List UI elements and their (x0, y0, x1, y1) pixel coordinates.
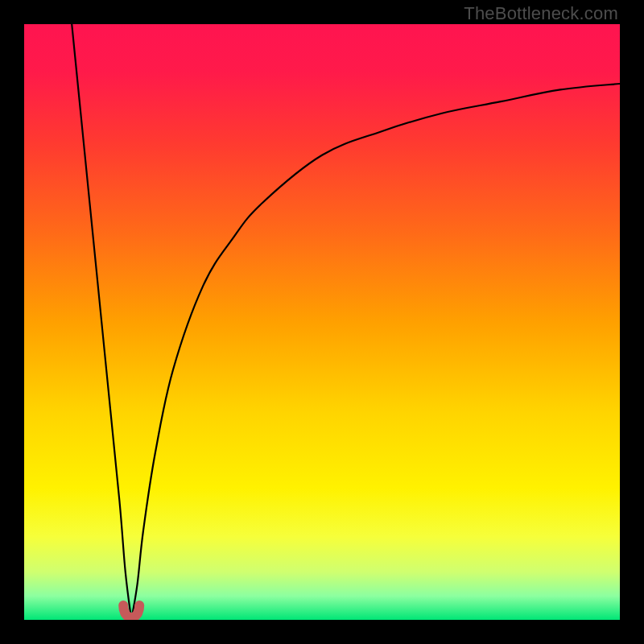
plot-area (24, 24, 620, 620)
bottleneck-curve (24, 24, 620, 620)
watermark-text: TheBottleneck.com (464, 3, 618, 24)
chart-frame: TheBottleneck.com (0, 0, 644, 644)
